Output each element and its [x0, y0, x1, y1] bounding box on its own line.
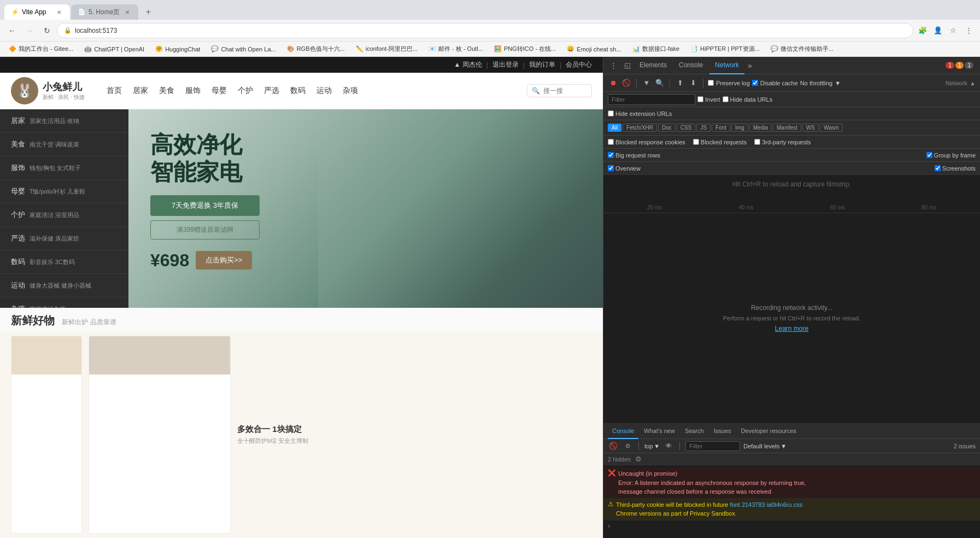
settings-gear-icon[interactable]: ⚙ [635, 455, 642, 463]
console-tab-devres[interactable]: Developer resources [737, 424, 801, 439]
console-filter-input[interactable] [685, 441, 740, 451]
logout-link[interactable]: 退出登录 [492, 60, 519, 69]
bookmark-emoji[interactable]: 😀 Emoji cheat sh... [562, 44, 625, 54]
bookmark-png[interactable]: 🖼️ PNG转ICO - 在线... [490, 44, 560, 54]
clear-button[interactable]: 🚫 [621, 78, 632, 89]
filter-tag-media[interactable]: Media [749, 124, 772, 132]
devtools-menu-icon[interactable]: ⋮ [608, 60, 619, 71]
nav-yanxuan[interactable]: 严选 [264, 86, 279, 96]
bookmark-data[interactable]: 📊 数据接口-fake [628, 44, 684, 54]
filter-tag-doc[interactable]: Doc [658, 124, 676, 132]
bookmark-mail[interactable]: 📧 邮件 - 枚 - Outl... [424, 44, 488, 54]
nav-fushi[interactable]: 服饰 [185, 86, 201, 96]
sidebar-item-yanxuan[interactable]: 严选 滋补保健 床品家纺 [0, 227, 128, 250]
extensions-button[interactable]: 🧩 [916, 24, 930, 38]
devtools-tab-more[interactable]: » [746, 61, 754, 70]
filter-tag-all[interactable]: All [608, 124, 621, 132]
vip-link[interactable]: 会员中心 [566, 60, 592, 69]
warning-link[interactable]: font 2143783 ia0t4n6ru.css [730, 501, 802, 508]
preserve-log-checkbox[interactable]: Preserve log [708, 80, 750, 86]
disable-cache-checkbox[interactable]: Disable cache [752, 80, 798, 86]
filter-tag-fetch[interactable]: Fetch/XHR [623, 124, 657, 132]
search-input[interactable] [543, 87, 587, 95]
learn-more-link[interactable]: Learn more [775, 325, 808, 332]
nav-shuma[interactable]: 数码 [290, 86, 306, 96]
product-card-2[interactable] [89, 336, 231, 534]
nav-home[interactable]: 首页 [107, 86, 122, 96]
nav-jujiia[interactable]: 居家 [133, 86, 148, 96]
nav-muying[interactable]: 母婴 [212, 86, 227, 96]
console-prompt-row[interactable]: › [603, 521, 980, 531]
import-button[interactable]: ⬆ [674, 78, 685, 89]
address-bar[interactable]: 🔒 localhost:5173 [57, 23, 913, 38]
sidebar-item-gehu[interactable]: 个护 家庭清洁 浴室用品 [0, 203, 128, 227]
add-tab-button[interactable]: + [140, 4, 156, 20]
screenshots-checkbox[interactable]: Screenshots [935, 165, 976, 172]
tab-close-vite[interactable]: ✕ [55, 8, 63, 16]
throttling-select[interactable]: No throttling ▼ [800, 80, 841, 86]
filter-tag-js[interactable]: JS [696, 124, 711, 132]
filter-input[interactable] [608, 94, 695, 105]
bookmark-hugging[interactable]: 🤗 HuggingChat [151, 44, 204, 54]
nav-geh[interactable]: 个护 [238, 86, 253, 96]
sidebar-item-jujia[interactable]: 居家 居家生活用品 收纳 [0, 109, 128, 133]
console-tab-whatsnew[interactable]: What's new [639, 424, 679, 439]
filter-tag-manifest[interactable]: Manifest [773, 124, 801, 132]
filter-tag-font[interactable]: Font [712, 124, 730, 132]
filter-tag-img[interactable]: Img [731, 124, 748, 132]
filter-tag-ws[interactable]: WS [802, 124, 819, 132]
nav-yundong[interactable]: 运动 [316, 86, 332, 96]
bookmark-gitee[interactable]: 🔶 我的工作台 - Gitee... [4, 44, 78, 54]
devtools-dock-icon[interactable]: ◱ [622, 60, 633, 71]
eye-icon[interactable]: 👁 [663, 441, 674, 452]
reload-button[interactable]: ↻ [39, 23, 55, 38]
product-card-1[interactable] [11, 336, 82, 534]
sidebar-item-meishi[interactable]: 美食 南北干货 调味蔬菜 [0, 133, 128, 156]
sidebar-item-shuma[interactable]: 数码 影音娱乐 3C数码 [0, 250, 128, 274]
devtools-tab-elements[interactable]: Elements [634, 57, 672, 74]
blocked-requests-checkbox[interactable]: Blocked requests [693, 139, 747, 145]
bookmark-iconfont[interactable]: ✏️ iconfont-阿里巴巴... [351, 44, 422, 54]
console-clear-btn2[interactable]: ⊘ [622, 441, 633, 452]
console-tab-issues[interactable]: Issues [709, 424, 736, 439]
sidebar-item-fushi[interactable]: 服饰 钱包/胸包 女式鞋子 [0, 156, 128, 180]
banner-button-1[interactable]: 7天免费退换 3年质保 [150, 195, 260, 216]
devtools-tab-network[interactable]: Network [709, 57, 744, 74]
big-request-rows-checkbox[interactable]: Big request rows [608, 152, 660, 159]
sidebar-item-muying[interactable]: 母婴 T恤/polo/衬衫 儿童鞋 [0, 180, 128, 203]
bookmark-hippter[interactable]: 📑 HiPPTER | PPT资源... [686, 44, 764, 54]
bookmark-rgb[interactable]: 🎨 RGB色值与十六... [283, 44, 349, 54]
buy-button[interactable]: 点击购买>> [196, 251, 252, 270]
banner-button-2[interactable]: 满399赠送原装滤网 [150, 220, 260, 239]
bookmark-chatgpt[interactable]: 🤖 ChatGPT | OpenAI [80, 44, 149, 54]
record-button[interactable]: ⏺ [608, 78, 619, 89]
nav-zaxiang[interactable]: 杂项 [343, 86, 358, 96]
tab-home[interactable]: 📄 5. Home页 ✕ [71, 4, 138, 20]
console-tab-console[interactable]: Console [608, 424, 638, 439]
third-party-checkbox[interactable]: 3rd-party requests [754, 139, 811, 145]
forward-button[interactable]: → [22, 23, 37, 38]
devtools-tab-console[interactable]: Console [673, 57, 708, 74]
filter-tag-wasm[interactable]: Wasm [820, 124, 843, 132]
console-tab-search[interactable]: Search [680, 424, 708, 439]
invert-checkbox[interactable]: Invert [697, 96, 720, 103]
console-clear-btn[interactable]: 🚫 [608, 441, 619, 452]
tab-close-home[interactable]: ✕ [123, 8, 132, 16]
tab-vite-app[interactable]: ⚡ Vite App ✕ [4, 4, 70, 20]
blocked-cookies-checkbox[interactable]: Blocked response cookies [608, 139, 685, 145]
bookmark-chat-open[interactable]: 💬 Chat with Open La... [207, 44, 280, 54]
back-button[interactable]: ← [4, 23, 20, 38]
sidebar-item-yundong[interactable]: 运动 健身大器械 健身小器械 [0, 274, 128, 297]
filter-tag-css[interactable]: CSS [677, 124, 696, 132]
profile-button[interactable]: 👤 [931, 24, 945, 38]
hide-data-urls-checkbox[interactable]: Hide data URLs [723, 96, 773, 103]
group-by-frame-checkbox[interactable]: Group by frame [926, 152, 976, 159]
filter-button[interactable]: ▼ [641, 78, 652, 89]
default-levels-dropdown[interactable]: Default levels ▼ [743, 443, 787, 449]
export-button[interactable]: ⬇ [688, 78, 699, 89]
nav-meishi[interactable]: 美食 [159, 86, 174, 96]
hide-extension-checkbox[interactable]: Hide extension URLs [608, 110, 672, 117]
search-button[interactable]: 🔍 [654, 78, 665, 89]
top-dropdown[interactable]: top ▼ [644, 443, 660, 449]
star-button[interactable]: ☆ [946, 24, 960, 38]
